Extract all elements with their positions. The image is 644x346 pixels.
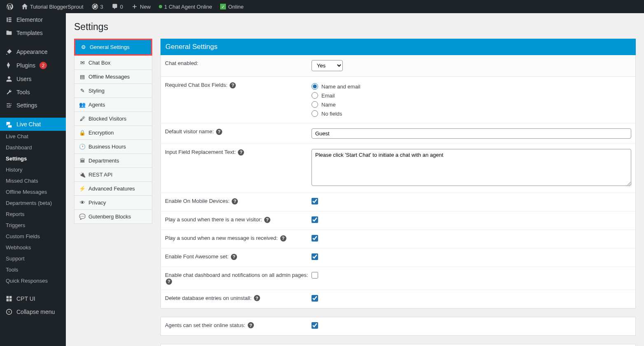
sub-history[interactable]: History	[0, 164, 66, 175]
settings-panel: Chat enabled: Yes Required Chat Box Fiel…	[160, 55, 636, 309]
folder-icon	[5, 30, 13, 36]
site-home[interactable]: Tutorial BloggerSprout	[18, 0, 87, 13]
tab-privacy-label: Privacy	[88, 200, 106, 206]
tab-chatbox[interactable]: ✉Chat Box	[74, 56, 152, 70]
settings-nav: ✉Chat Box ▤Offline Messages ✎Styling 👥Ag…	[74, 56, 152, 224]
collapse-icon	[5, 309, 13, 315]
sub-departments[interactable]: Departments (beta)	[0, 197, 66, 209]
checkbox-fontawesome[interactable]	[312, 253, 318, 260]
menu-elementor[interactable]: Elementor	[0, 13, 66, 26]
help-icon[interactable]: ?	[264, 217, 270, 223]
sub-triggers[interactable]: Triggers	[0, 220, 66, 231]
checkbox-sound-message[interactable]	[312, 235, 318, 242]
radio-name[interactable]: Name	[312, 100, 631, 109]
checkbox-agents-status[interactable]	[312, 322, 318, 329]
tab-offline[interactable]: ▤Offline Messages	[74, 70, 152, 84]
help-icon[interactable]: ?	[166, 279, 172, 285]
sub-custom[interactable]: Custom Fields	[0, 231, 66, 242]
help-icon[interactable]: ?	[280, 235, 286, 242]
admin-toolbar: Tutorial BloggerSprout 3 0 New 1 Chat Ag…	[0, 0, 644, 13]
sub-support[interactable]: Support	[0, 253, 66, 264]
ban-icon: 🖉	[79, 116, 85, 122]
menu-users[interactable]: Users	[0, 72, 66, 86]
tab-encryption[interactable]: 🔒Encryption	[74, 126, 152, 140]
label-chat-enabled: Chat enabled:	[165, 60, 312, 71]
input-visitor-name[interactable]	[312, 128, 631, 139]
menu-livechat-label: Live Chat	[16, 121, 41, 128]
checkbox-sound-visitor[interactable]	[312, 216, 318, 223]
online-status[interactable]: ✓Online	[217, 0, 247, 13]
agent-online[interactable]: 1 Chat Agent Online	[156, 0, 215, 13]
tab-gutenberg[interactable]: 💬Gutenberg Blocks	[74, 210, 152, 224]
tab-business[interactable]: 🕑Business Hours	[74, 140, 152, 154]
sub-dashboard[interactable]: Dashboard	[0, 142, 66, 153]
tab-privacy[interactable]: 👁Privacy	[74, 196, 152, 210]
radio-name-email[interactable]: Name and email	[312, 82, 631, 91]
tab-advanced[interactable]: ⚡Advanced Features	[74, 182, 152, 196]
settings-panel-3: Exclude chat from 'Home' page: ? Exclude…	[160, 344, 636, 346]
comments-count: 0	[120, 4, 123, 10]
tab-departments[interactable]: 🏛Departments	[74, 154, 152, 168]
help-icon[interactable]: ?	[254, 295, 260, 301]
sub-settings[interactable]: Settings	[0, 153, 66, 164]
chat-icon	[5, 121, 13, 128]
radio-nofields[interactable]: No fields	[312, 109, 631, 118]
menu-tools[interactable]: Tools	[0, 86, 66, 99]
checkbox-mobile[interactable]	[312, 198, 318, 204]
help-icon[interactable]: ?	[238, 149, 244, 156]
menu-collapse[interactable]: Collapse menu	[0, 305, 66, 318]
select-chat-enabled[interactable]: Yes	[312, 60, 343, 71]
tab-agents[interactable]: 👥Agents	[74, 98, 152, 112]
tab-rest[interactable]: 🔌REST API	[74, 168, 152, 182]
sub-missed[interactable]: Missed Chats	[0, 175, 66, 186]
row-dashboard-all: Enable chat dashboard and notifications …	[161, 267, 635, 290]
tab-departments-label: Departments	[88, 158, 119, 164]
users-icon: 👥	[79, 102, 85, 108]
help-icon[interactable]: ?	[248, 322, 254, 328]
settings-panel-2: Agents can set their online status: ?	[160, 317, 636, 336]
menu-templates[interactable]: Templates	[0, 26, 66, 39]
sub-offline[interactable]: Offline Messages	[0, 186, 66, 197]
radio-email[interactable]: Email	[312, 91, 631, 100]
menu-appearance[interactable]: Appearance	[0, 45, 66, 58]
sub-webhooks[interactable]: Webhooks	[0, 242, 66, 253]
help-icon[interactable]: ?	[216, 129, 222, 135]
help-icon[interactable]: ?	[230, 82, 236, 88]
form-area: General Settings Chat enabled: Yes Requi…	[160, 39, 636, 346]
label-agents-status: Agents can set their online status:	[165, 322, 245, 328]
sub-livechat[interactable]: Live Chat	[0, 131, 66, 142]
tab-encryption-label: Encryption	[88, 130, 114, 136]
separator	[160, 336, 636, 344]
menu-cptui[interactable]: CPT UI	[0, 292, 66, 305]
gear-icon: ⚙	[81, 44, 86, 50]
menu-plugins[interactable]: Plugins2	[0, 58, 66, 72]
textarea-input-replacement[interactable]: Please click 'Start Chat' to initiate a …	[312, 149, 631, 186]
checkbox-dashboard-all[interactable]	[312, 272, 318, 279]
cpt-icon	[5, 295, 13, 302]
sub-reports[interactable]: Reports	[0, 209, 66, 220]
check-icon: ✓	[220, 4, 226, 9]
menu-settings[interactable]: Settings	[0, 99, 66, 112]
settings-nav-wrapper: ⚙General Settings ✉Chat Box ▤Offline Mes…	[74, 39, 152, 224]
updates-link[interactable]: 3	[88, 0, 107, 13]
wp-logo[interactable]	[3, 0, 16, 13]
tab-styling[interactable]: ✎Styling	[74, 84, 152, 98]
tab-general[interactable]: ⚙General Settings	[75, 40, 151, 54]
comments-link[interactable]: 0	[108, 0, 126, 13]
tab-blocked[interactable]: 🖉Blocked Visitors	[74, 112, 152, 126]
help-icon[interactable]: ?	[231, 254, 237, 260]
sub-quick[interactable]: Quick Responses	[0, 275, 66, 286]
help-icon[interactable]: ?	[232, 198, 238, 204]
menu-plugins-label: Plugins	[16, 62, 35, 69]
user-icon	[5, 76, 13, 82]
tab-gutenberg-label: Gutenberg Blocks	[88, 214, 131, 220]
tab-styling-label: Styling	[88, 88, 105, 94]
content-area: Settings ⚙General Settings ✉Chat Box ▤Of…	[66, 13, 644, 346]
checkbox-delete-db[interactable]	[312, 295, 318, 302]
menu-livechat[interactable]: Live Chat	[0, 118, 66, 131]
sub-tools[interactable]: Tools	[0, 264, 66, 275]
sliders-icon	[5, 102, 13, 109]
elementor-icon	[5, 16, 13, 23]
row-agents-status: Agents can set their online status: ?	[161, 317, 635, 335]
new-content[interactable]: New	[128, 0, 154, 13]
